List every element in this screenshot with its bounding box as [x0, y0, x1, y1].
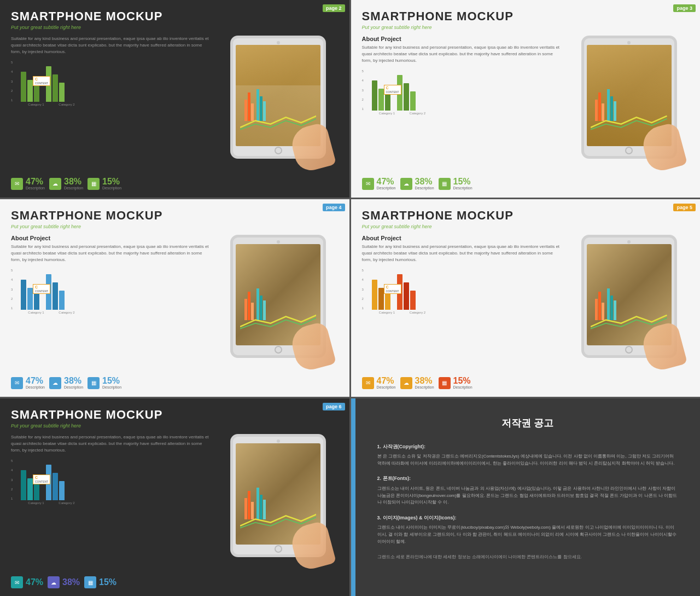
slide-3-body: Suitable for any kind business and perso… [11, 244, 213, 263]
cat1-s3: Category 1 [28, 311, 44, 314]
copyright-section-1: 1. 사작권(Copyright): 본 은 그랜드소 소유 및 저작권은 그랜… [377, 443, 679, 467]
stat-1-1: ✉ 47% Description [11, 177, 45, 190]
slide-5-subtitle: Put your great subtitle right here [11, 423, 339, 429]
stat-pct-1-3: 15% [102, 177, 121, 186]
slide-3: page 4 SMARTPHONE MOCKUP Put your great … [0, 199, 349, 397]
stat-pct-3-2: 38% [64, 377, 83, 385]
stat-5-3: ▦ 15% [84, 576, 116, 588]
stat-pct-3-1: 47% [26, 377, 45, 385]
stats-row-1: ✉ 47% Description ☁ 38% Description ▦ 15… [11, 173, 339, 190]
c-label-s2: CCONTENT [384, 85, 401, 95]
stat-desc-2-1: Description [377, 186, 396, 190]
stat-3-3: ▦ 15% Description [88, 377, 121, 389]
slide-3-title: SMARTPHONE MOCKUP [11, 209, 339, 222]
stat-4-3: ▦ 15% Description [439, 377, 472, 389]
stat-pct-2-2: 38% [415, 177, 434, 186]
copyright-footer: 그랜드소 세로 폰라인에나에 대한 세세한 정보는 소래에이사이에이 나이에한 … [377, 553, 679, 561]
copyright-s2-title: 2. 폰트(Fonts): [377, 475, 679, 483]
stat-icon-5-1: ✉ [11, 576, 23, 588]
cat1-label-s1: Category 1 [28, 103, 44, 106]
cat2-s2: Category 2 [410, 112, 425, 115]
stat-5-2: ☁ 38% [48, 576, 80, 588]
copyright-s3-title: 3. 이미지(Images) & 이이지(Icons): [377, 514, 679, 522]
stat-desc-1-1: Description [26, 186, 45, 190]
bar-1a [21, 72, 26, 102]
stat-1-3: ▦ 15% Description [88, 177, 121, 190]
stat-pct-5-2: 38% [62, 578, 80, 587]
stat-desc-4-3: Description [453, 385, 472, 389]
slide-4-about: About Project [362, 235, 564, 241]
stat-pct-2-1: 47% [377, 177, 396, 186]
cat2-s3: Category 2 [59, 311, 74, 314]
stat-icon-1-1: ✉ [11, 178, 23, 190]
stat-2-1: ✉ 47% Description [362, 177, 396, 190]
stat-1-2: ☁ 38% Description [49, 177, 83, 190]
slide-4-body: Suitable for any kind business and perso… [362, 244, 564, 263]
slide-1-subtitle: Put your great subtitle right here [11, 25, 339, 30]
stat-icon-2-2: ☁ [400, 178, 412, 190]
page-badge-1: page 2 [323, 4, 345, 12]
stat-desc-2-2: Description [415, 186, 434, 190]
stat-icon-3-2: ☁ [49, 377, 61, 389]
stat-pct-1-2: 38% [64, 177, 83, 186]
slide-4: page 5 SMARTPHONE MOCKUP Put your great … [351, 199, 701, 397]
slide-3-subtitle: Put your great subtitle right here [11, 224, 339, 229]
slide-2-body: Suitable for any kind business and perso… [362, 44, 564, 64]
stat-icon-5-3: ▦ [84, 576, 96, 588]
page-badge-2: page 3 [673, 4, 696, 12]
slide-5-right [218, 434, 339, 572]
cat1-s2: Category 1 [379, 112, 395, 115]
copyright-s2-text: 그랜드소는 내이 사이트, 원은 폰드, 네이버 나눔금과 의 사용업(자산/에… [377, 485, 679, 506]
tablet-mockup-3 [228, 235, 329, 361]
stat-desc-4-2: Description [415, 385, 434, 389]
stat-2-2: ☁ 38% Description [400, 177, 434, 190]
stat-pct-5-1: 47% [26, 578, 43, 587]
stat-4-1: ✉ 47% Description [362, 377, 396, 389]
cat2-s5: Category 2 [59, 501, 74, 505]
stat-icon-5-2: ☁ [48, 576, 60, 588]
slide-2-title: SMARTPHONE MOCKUP [362, 10, 690, 23]
slide-5: page 6 SMARTPHONE MOCKUP Put your great … [0, 398, 349, 596]
stats-row-5: ✉ 47% ☁ 38% ▦ 15% [11, 572, 339, 588]
stats-row-3: ✉ 47% Description ☁ 38% Description ▦ 15… [11, 372, 339, 389]
stat-pct-4-1: 47% [377, 377, 396, 385]
bar-1c [34, 85, 39, 102]
slide-2: page 3 SMARTPHONE MOCKUP Put your great … [351, 0, 701, 198]
stat-desc-4-1: Description [377, 385, 396, 389]
bar-2b [52, 74, 58, 102]
stat-desc-3-3: Description [102, 385, 121, 389]
stats-row-4: ✉ 47% Description ☁ 38% Description ▦ 15… [362, 372, 690, 389]
stat-icon-4-1: ✉ [362, 377, 374, 389]
slide-6-copyright: 저작권 공고 1. 사작권(Copyright): 본 은 그랜드소 소유 및 … [351, 398, 701, 596]
stat-icon-4-3: ▦ [439, 377, 451, 389]
stat-4-2: ☁ 38% Description [400, 377, 434, 389]
copyright-section-2: 2. 폰트(Fonts): 그랜드소는 내이 사이트, 원은 폰드, 네이버 나… [377, 475, 679, 506]
stat-3-2: ☁ 38% Description [49, 377, 83, 389]
slide-1-body: Suitable for any kind business and perso… [11, 36, 213, 55]
stat-pct-2-3: 15% [453, 177, 472, 186]
stat-pct-4-2: 38% [415, 377, 434, 385]
slide-5-title: SMARTPHONE MOCKUP [11, 408, 339, 421]
stat-2-3: ▦ 15% Description [439, 177, 472, 190]
stat-icon-3-3: ▦ [88, 377, 100, 389]
copyright-s3-text: 그랜드소 내이 사이이이는 이미지는 무료이(kluciboy/pixabay.… [377, 524, 679, 545]
c-label-s5: CCONTENT [33, 475, 50, 484]
stat-pct-4-3: 15% [453, 377, 472, 385]
stat-pct-1-1: 47% [26, 177, 45, 186]
stat-icon-1-3: ▦ [88, 178, 100, 190]
stat-pct-3-3: 15% [102, 377, 121, 385]
tablet-mockup-1 [228, 36, 329, 161]
cat1-s4: Category 1 [379, 311, 395, 314]
copyright-s1-title: 1. 사작권(Copyright): [377, 443, 679, 451]
stat-desc-3-2: Description [64, 385, 83, 389]
slide-3-about: About Project [11, 235, 213, 241]
cat1-s5: Category 1 [28, 501, 44, 505]
slide-5-body: Suitable for any kind business and perso… [11, 434, 213, 454]
stat-icon-4-2: ☁ [400, 377, 412, 389]
page-badge-4: page 5 [673, 204, 696, 211]
page-badge-3: page 4 [323, 204, 345, 211]
stat-icon-1-2: ☁ [49, 178, 61, 190]
cat2-s4: Category 2 [410, 311, 425, 314]
c-content-label: CCONTENT [33, 76, 50, 86]
slide-2-subtitle: Put your great subtitle right here [362, 25, 690, 30]
